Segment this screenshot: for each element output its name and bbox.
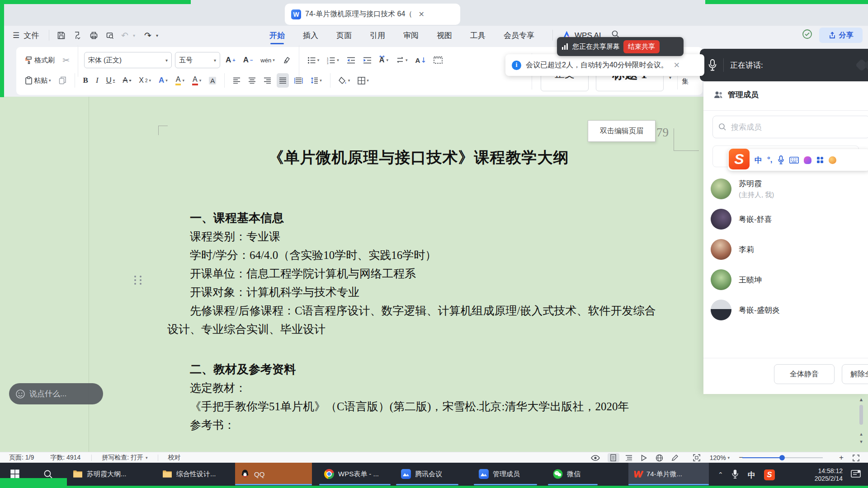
sync-check-icon[interactable] bbox=[802, 29, 812, 39]
ime-emoji-icon[interactable] bbox=[829, 156, 836, 164]
page-down-icon[interactable]: ▾ bbox=[857, 439, 865, 445]
file-menu[interactable]: ☰ 文件 bbox=[13, 26, 39, 45]
menu-tab-会员专享[interactable]: 会员专享 bbox=[502, 26, 536, 45]
zoom-track-left[interactable] bbox=[742, 457, 782, 458]
member-row[interactable]: 李莉 bbox=[711, 236, 860, 263]
zoom-slider-handle[interactable] bbox=[779, 455, 785, 460]
spellcheck-toggle[interactable]: 拼写检查: 打开 bbox=[102, 454, 143, 462]
ime-toolbox-icon[interactable] bbox=[816, 156, 824, 164]
unmute-all-button[interactable]: 解除全体静音 bbox=[842, 364, 868, 384]
member-row[interactable]: 苏明霞(主持人, 我) bbox=[711, 175, 860, 202]
menu-tab-工具[interactable]: 工具 bbox=[468, 26, 487, 45]
italic-button[interactable]: I bbox=[94, 73, 101, 88]
doc-line[interactable]: 选定教材： bbox=[167, 379, 673, 397]
sort-icon[interactable]: A bbox=[413, 53, 428, 67]
save-icon[interactable] bbox=[54, 29, 68, 42]
doc-line[interactable]: 开课单位：信息工程学院计算机与网络工程系 bbox=[167, 264, 673, 283]
menu-tab-开始[interactable]: 开始 bbox=[268, 26, 287, 45]
taskbar-app-苏明霞大纲[interactable]: 苏明霞大纲... bbox=[68, 463, 146, 485]
scroll-thumb[interactable] bbox=[859, 405, 863, 425]
highlight-button[interactable]: A▾ bbox=[173, 73, 187, 88]
paragraph-drag-handle-icon[interactable] bbox=[133, 274, 144, 286]
page-view-icon[interactable] bbox=[608, 453, 619, 462]
character-scale-icon[interactable]: A▾ bbox=[377, 53, 391, 67]
char-shading-button[interactable]: A bbox=[207, 73, 218, 88]
doc-title[interactable]: 《单片微机原理与接口技术》课程教学大纲 bbox=[167, 147, 670, 168]
pen-icon[interactable] bbox=[669, 453, 681, 462]
taskbar-app-管理成员[interactable]: 管理成员 bbox=[474, 463, 537, 485]
underline-button[interactable]: U▾ bbox=[104, 73, 118, 88]
taskbar-app-WPS表单[interactable]: WPS表单 - ... bbox=[319, 463, 391, 485]
mute-all-button[interactable]: 全体静音 bbox=[774, 364, 835, 384]
ime-keyboard-icon[interactable] bbox=[789, 157, 799, 164]
zoom-level[interactable]: 120% bbox=[710, 454, 726, 461]
taskbar-search-icon[interactable] bbox=[43, 469, 53, 479]
redo-chevron-icon[interactable]: ▾ bbox=[156, 33, 158, 38]
shading-bucket-icon[interactable]: ▾ bbox=[336, 73, 353, 88]
taskbar-app-综合性设计[interactable]: 综合性设计... bbox=[157, 463, 230, 485]
font-color-button[interactable]: A▾ bbox=[190, 73, 203, 88]
font-size-select[interactable]: 五号▾ bbox=[175, 52, 220, 68]
strikethrough-button[interactable]: A▾ bbox=[120, 73, 133, 88]
notification-center-icon[interactable] bbox=[851, 470, 861, 479]
tray-mic-icon[interactable] bbox=[731, 469, 739, 479]
decrease-indent-icon[interactable] bbox=[344, 53, 358, 67]
page-indicator[interactable]: 页面: 1/9 bbox=[9, 454, 34, 462]
outline-view-icon[interactable] bbox=[623, 453, 635, 462]
ime-lang-icon[interactable]: 中 bbox=[755, 155, 762, 165]
fullscreen-icon[interactable] bbox=[850, 453, 862, 462]
play-view-icon[interactable] bbox=[638, 453, 650, 462]
superscript-button[interactable]: X2▾ bbox=[137, 73, 153, 88]
taskbar-app-微信[interactable]: 微信 bbox=[548, 463, 598, 485]
print-icon[interactable] bbox=[87, 29, 100, 42]
fit-page-icon[interactable] bbox=[691, 453, 703, 462]
menu-tab-审阅[interactable]: 审阅 bbox=[401, 26, 420, 45]
ime-skin-icon[interactable] bbox=[804, 156, 811, 164]
doc-line[interactable]: 一、课程基本信息 bbox=[167, 209, 673, 227]
text-effects-button[interactable]: A▾ bbox=[156, 73, 170, 88]
zoom-in-button[interactable]: + bbox=[839, 453, 844, 462]
redo-icon[interactable]: ↷ bbox=[142, 29, 153, 42]
decrease-font-icon[interactable]: A− bbox=[241, 53, 255, 67]
close-tab-icon[interactable]: ✕ bbox=[418, 10, 424, 19]
font-name-select[interactable]: 宋体 (正文)▾ bbox=[84, 52, 172, 68]
undo-icon[interactable]: ↶ bbox=[119, 29, 130, 42]
copy-icon[interactable] bbox=[57, 73, 69, 88]
doc-line[interactable]: 开课对象：计算机科学与技术专业 bbox=[167, 283, 673, 301]
eye-mode-icon[interactable] bbox=[590, 453, 601, 462]
pinyin-guide-icon[interactable]: wén▾ bbox=[258, 53, 277, 67]
start-button[interactable] bbox=[10, 469, 20, 479]
align-center-icon[interactable] bbox=[246, 73, 258, 88]
align-left-icon[interactable] bbox=[231, 73, 243, 88]
taskbar-app-QQ[interactable]: QQ bbox=[235, 463, 312, 485]
proofread-button[interactable]: 校对 bbox=[168, 454, 181, 462]
ime-punctuation-icon[interactable]: °, bbox=[767, 155, 773, 164]
borders-icon[interactable]: ▾ bbox=[355, 73, 371, 88]
ime-mic-icon[interactable] bbox=[778, 155, 784, 164]
word-count[interactable]: 字数: 4914 bbox=[50, 454, 80, 462]
page-up-icon[interactable]: ▴ bbox=[857, 431, 865, 437]
clear-format-icon[interactable] bbox=[280, 53, 293, 67]
increase-font-icon[interactable]: A+ bbox=[223, 53, 238, 67]
doc-scrollbar[interactable]: ▲ ▴ ▾ bbox=[857, 397, 865, 445]
page-setup-icon[interactable] bbox=[431, 53, 445, 67]
member-row[interactable]: 王赜坤 bbox=[711, 266, 860, 293]
export-icon[interactable] bbox=[71, 29, 84, 42]
paste-button[interactable]: 粘贴▾ bbox=[23, 73, 53, 88]
bold-button[interactable]: B bbox=[81, 73, 90, 88]
doc-line[interactable]: 学时/学分：64/4.0（含实验10学时、实践16学时） bbox=[167, 246, 673, 264]
menu-tab-页面[interactable]: 页面 bbox=[335, 26, 354, 45]
print-preview-icon[interactable] bbox=[103, 29, 117, 42]
doc-body[interactable]: 一、课程基本信息课程类别：专业课学时/学分：64/4.0（含实验10学时、实践1… bbox=[167, 209, 673, 434]
undo-chevron-icon[interactable]: ▾ bbox=[133, 33, 135, 38]
web-view-icon[interactable] bbox=[654, 453, 665, 462]
zoom-chevron-icon[interactable]: ▾ bbox=[728, 455, 730, 460]
menu-tab-视图[interactable]: 视图 bbox=[435, 26, 454, 45]
doc-line[interactable]: 《手把手教你学51单片机》（C语言版）(第二版)，宋雪松.北京:清华大学出版社，… bbox=[167, 397, 673, 416]
tray-lang-indicator[interactable]: 中 bbox=[748, 470, 755, 480]
close-notice-icon[interactable]: ✕ bbox=[674, 61, 680, 70]
cut-icon[interactable]: ✂ bbox=[60, 53, 72, 67]
tray-expand-icon[interactable]: ⌃ bbox=[718, 471, 723, 478]
align-right-icon[interactable] bbox=[261, 73, 274, 88]
text-direction-icon[interactable]: ▾ bbox=[394, 53, 410, 67]
